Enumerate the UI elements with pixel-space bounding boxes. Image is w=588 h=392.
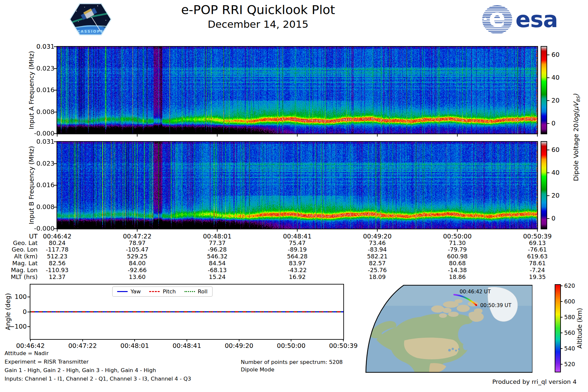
attitude-note: Attitude = Nadir: [5, 350, 49, 356]
angle-ytick-mark: [27, 312, 30, 312]
spectrogram-a-ytick-label: -0.000: [32, 130, 55, 137]
ephemeris-cell: -117.78: [29, 246, 86, 253]
angle-xtick-mark: [291, 339, 291, 341]
altitude-colorbar-tick-label: 600: [564, 298, 580, 305]
ephemeris-cell: 77.37: [189, 239, 246, 246]
spectrogram-a-xtick-mark: [537, 134, 538, 137]
ephemeris-cell: 83.97: [269, 260, 326, 267]
dipole-colorbar-tick-mark: [547, 195, 549, 196]
ephemeris-cell: 78.61: [509, 260, 566, 267]
dipole-colorbar-tick-mark: [547, 77, 549, 78]
spectrogram-a-ytick-mark: [54, 112, 57, 112]
track-end-label: 00:50:39 UT: [480, 302, 512, 308]
angle-ytick-label: 0: [7, 308, 27, 316]
angle-xtick-mark: [30, 339, 31, 341]
spectrogram-b-ytick-label: 0.031: [32, 138, 55, 145]
dipole-colorbar-b: [541, 142, 547, 229]
ephemeris-cell: -96.28: [189, 246, 246, 253]
altitude-colorbar-tick-label: 580: [564, 314, 580, 320]
ephemeris-cell: -7.24: [509, 267, 566, 273]
ephemeris-cell: 00:50:00: [429, 233, 486, 240]
esa-dot: [484, 18, 487, 21]
legend-item-roll: Roll: [184, 288, 207, 295]
spectrogram-a-xtick-mark: [137, 134, 138, 137]
ephemeris-cell: 80.68: [429, 260, 486, 267]
spectrogram-b-xtick-mark: [137, 229, 138, 232]
dipole-colorbar-a-frame: [541, 46, 547, 134]
spectrogram-b-xtick-mark: [297, 229, 298, 232]
roll-line-sample: [184, 291, 195, 292]
spectrogram-b-heatmap: [57, 142, 537, 229]
spectrogram-a-ytick-label: 0.031: [32, 43, 55, 50]
spectrogram-b-ytick-mark: [54, 185, 57, 186]
esa-logo: e esa: [482, 5, 558, 34]
ephemeris-cell: 00:49:20: [349, 233, 406, 240]
ephemeris-cell: 78.97: [109, 239, 166, 246]
track-end-point: [475, 304, 477, 306]
spectrogram-b-xtick-mark: [57, 229, 57, 232]
spectrogram-b-frame: [57, 141, 538, 229]
dipole-label-close: ): [572, 94, 580, 96]
spectrogram-a-ytick-mark: [54, 46, 57, 47]
ephemeris-cell: 84.00: [109, 260, 166, 267]
ephemeris-cell: 82.56: [29, 260, 86, 267]
james-bay: [463, 342, 469, 350]
angle-xtick-label: 00:50:00: [268, 342, 314, 350]
ephemeris-cell: -83.94: [349, 246, 406, 253]
altitude-colorbar-tick-label: 620: [564, 283, 580, 289]
spectrogram-b-ytick-mark: [54, 141, 57, 142]
spectrogram-a-frame: [57, 46, 538, 134]
ephemeris-cell: -14.38: [429, 267, 486, 273]
angle-xtick-mark: [239, 339, 239, 341]
legend-label-yaw: Yaw: [131, 288, 141, 295]
ephemeris-cell: -25.76: [349, 267, 406, 273]
dipole-colorbar-tick-label: 60: [551, 51, 569, 58]
ephemeris-cell: 600.98: [429, 253, 486, 260]
ephemeris-cell: 546.32: [189, 253, 246, 260]
ephemeris-cell: 16.92: [269, 273, 326, 280]
angle-ytick-label: −100: [7, 323, 27, 330]
dipole-colorbar-label: Dipole Voltage 20log(μVBS): [572, 94, 581, 181]
dipole-colorbar-b-frame: [541, 141, 547, 229]
spectrogram-b-ytick-label: 0.023: [32, 160, 55, 167]
angle-xtick-label: 00:47:22: [60, 342, 106, 350]
ephemeris-cell: 00:46:42: [29, 233, 86, 240]
ephemeris-cell: 80.24: [29, 239, 86, 246]
ephemeris-cell: -105.47: [109, 246, 166, 253]
pitch-line-sample: [149, 291, 160, 292]
ephemeris-cell: 82.57: [349, 260, 406, 267]
altitude-colorbar-tick-mark: [560, 317, 563, 318]
spectrogram-b-ytick-mark: [54, 228, 57, 229]
altitude-colorbar-tick-mark: [560, 333, 563, 333]
spectrogram-a-ytick-label: 0.016: [32, 87, 55, 94]
ephemeris-cell: 73.46: [349, 239, 406, 246]
inputs-note: Inputs: Channel 1 - I1, Channel 2 - Q1, …: [5, 376, 191, 382]
ephemeris-cell: -110.93: [29, 267, 86, 273]
dipole-label-open: (μV: [572, 102, 580, 113]
ephemeris-cell: 19.35: [509, 273, 566, 280]
points-per-spectrum-note: Number of points per spectrum: 5208: [241, 359, 343, 365]
yaw-line-sample: [117, 291, 128, 292]
ephemeris-cell: -68.13: [189, 267, 246, 273]
angle-xtick-mark: [134, 339, 135, 341]
spectrogram-b-ytick-label: 0.016: [32, 182, 55, 189]
ephemeris-cell: 582.21: [349, 253, 406, 260]
hudson-bay: [458, 324, 476, 345]
ephemeris-cell: -92.66: [109, 267, 166, 273]
altitude-colorbar-tick-label: 560: [564, 330, 580, 336]
angle-xtick-mark: [82, 339, 83, 341]
badge-art: CASSIOPE: [67, 1, 114, 37]
spectrogram-b-ytick-label: 0.008: [32, 204, 55, 211]
ephemeris-cell: 00:48:01: [189, 233, 246, 240]
esa-globe-icon: e: [482, 5, 512, 34]
altitude-colorbar-tick-label: 520: [564, 361, 580, 368]
gains-note: Gain 1 - High, Gain 2 - High, Gain 3 - H…: [5, 367, 156, 373]
spectrogram-b-xtick-mark: [377, 229, 378, 232]
quicklook-figure: e-POP RRI Quicklook Plot December 14, 20…: [0, 0, 588, 392]
esa-e-glyph: e: [489, 5, 506, 32]
dipole-colorbar-tick-mark: [547, 55, 549, 55]
spectrogram-a-ytick-mark: [54, 90, 57, 90]
spectrogram-b-xtick-mark: [537, 229, 538, 232]
produced-by-note: Produced by rri_ql version 4: [457, 378, 577, 385]
spectrogram-a-xtick-mark: [297, 134, 298, 137]
